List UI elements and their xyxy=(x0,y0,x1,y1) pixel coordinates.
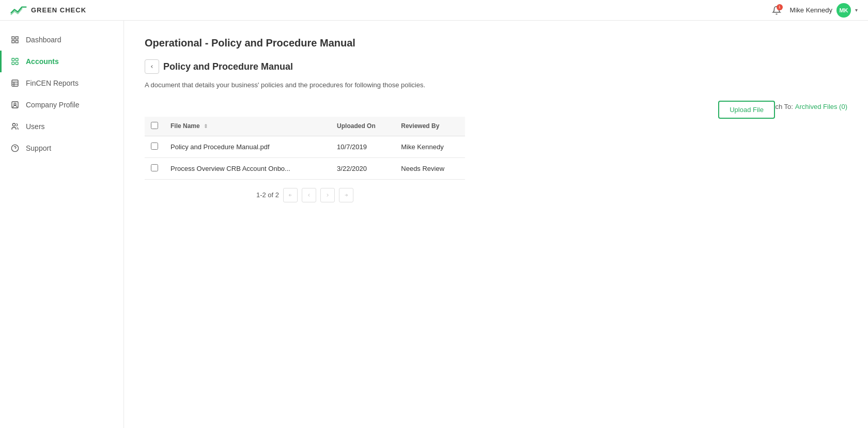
col-file-name: File Name ⇕ xyxy=(164,117,331,136)
cell-uploaded-on: 3/22/2020 xyxy=(331,157,395,179)
pagination: 1-2 of 2 xyxy=(145,188,465,202)
logo-icon xyxy=(10,5,27,15)
sidebar: Dashboard Accounts FinCEN Reports xyxy=(0,21,124,428)
pagination-info: 1-2 of 2 xyxy=(256,191,279,199)
doc-header: Policy and Procedure Manual xyxy=(145,59,847,74)
table-row: Policy and Procedure Manual.pdf10/7/2019… xyxy=(145,136,465,157)
row-checkbox-0[interactable] xyxy=(151,142,158,150)
sidebar-item-users[interactable]: Users xyxy=(0,116,123,137)
logo-text: GREEN CHECK xyxy=(31,6,86,14)
last-page-icon xyxy=(344,193,349,198)
col-uploaded-on: Uploaded On xyxy=(331,117,395,136)
chevron-down-icon: ▾ xyxy=(855,7,858,13)
next-page-icon xyxy=(325,193,330,198)
notification-badge: 1 xyxy=(777,4,783,10)
last-page-button[interactable] xyxy=(339,188,353,202)
page-title: Operational - Policy and Procedure Manua… xyxy=(145,37,847,49)
prev-page-icon xyxy=(306,193,312,198)
select-all-cell xyxy=(145,117,164,136)
cell-file-name: Policy and Procedure Manual.pdf xyxy=(164,136,331,157)
notification-bell[interactable]: 1 xyxy=(769,3,784,18)
select-all-checkbox[interactable] xyxy=(151,122,158,129)
cell-reviewed-by: Mike Kennedy xyxy=(395,136,465,157)
accounts-icon xyxy=(10,57,20,66)
svg-rect-5 xyxy=(16,58,18,61)
sidebar-item-label: Accounts xyxy=(26,57,59,66)
prev-page-button[interactable] xyxy=(302,188,316,202)
header: GREEN CHECK 1 Mike Kennedy MK ▾ xyxy=(0,0,868,21)
svg-rect-6 xyxy=(16,62,18,65)
main-content: Upload File Operational - Policy and Pro… xyxy=(124,21,868,428)
users-icon xyxy=(10,122,20,131)
sidebar-item-label: FinCEN Reports xyxy=(26,79,79,87)
back-button[interactable] xyxy=(145,59,159,74)
table-row: Process Overview CRB Account Onbo...3/22… xyxy=(145,157,465,179)
header-right: 1 Mike Kennedy MK ▾ xyxy=(769,3,858,18)
cell-reviewed-by: Needs Review xyxy=(395,157,465,179)
doc-description: A document that details your business' p… xyxy=(145,80,455,90)
upload-file-button[interactable]: Upload File xyxy=(718,101,775,119)
sidebar-item-support[interactable]: Support xyxy=(0,137,123,159)
sidebar-item-label: Users xyxy=(26,122,45,131)
sidebar-item-label: Company Profile xyxy=(26,101,80,109)
sidebar-item-dashboard[interactable]: Dashboard xyxy=(0,29,123,51)
svg-rect-3 xyxy=(12,40,14,43)
row-checkbox-cell xyxy=(145,136,164,157)
row-checkbox-cell xyxy=(145,157,164,179)
svg-rect-0 xyxy=(12,37,14,39)
first-page-button[interactable] xyxy=(283,188,298,202)
sidebar-item-label: Support xyxy=(26,144,51,152)
next-page-button[interactable] xyxy=(320,188,335,202)
svg-point-14 xyxy=(12,123,15,126)
archived-files-link[interactable]: Archived Files (0) xyxy=(795,103,847,110)
user-name: Mike Kennedy xyxy=(790,6,832,14)
cell-file-name: Process Overview CRB Account Onbo... xyxy=(164,157,331,179)
svg-rect-7 xyxy=(12,62,14,65)
fincen-icon xyxy=(10,78,20,88)
row-checkbox-1[interactable] xyxy=(151,164,158,171)
sidebar-item-fincen[interactable]: FinCEN Reports xyxy=(0,72,123,94)
sidebar-item-label: Dashboard xyxy=(26,36,61,44)
svg-point-13 xyxy=(14,103,16,105)
back-chevron-icon xyxy=(149,64,154,69)
layout: Dashboard Accounts FinCEN Reports xyxy=(0,21,868,428)
doc-title: Policy and Procedure Manual xyxy=(163,61,293,72)
col-reviewed-by: Reviewed By xyxy=(395,117,465,136)
user-avatar: MK xyxy=(836,3,851,18)
logo: GREEN CHECK xyxy=(10,5,86,15)
svg-rect-4 xyxy=(12,58,14,61)
sort-icon: ⇕ xyxy=(204,123,208,129)
cell-uploaded-on: 10/7/2019 xyxy=(331,136,395,157)
sidebar-item-company-profile[interactable]: Company Profile xyxy=(0,94,123,116)
sidebar-item-accounts[interactable]: Accounts xyxy=(0,51,123,72)
first-page-icon xyxy=(288,193,293,198)
dashboard-icon xyxy=(10,35,20,44)
company-icon xyxy=(10,100,20,109)
support-icon xyxy=(10,144,20,153)
table-header-row: File Name ⇕ Uploaded On Reviewed By xyxy=(145,117,465,136)
user-info[interactable]: Mike Kennedy MK ▾ xyxy=(790,3,858,18)
file-table: File Name ⇕ Uploaded On Reviewed By Poli… xyxy=(145,117,465,180)
svg-rect-2 xyxy=(16,40,18,43)
svg-rect-1 xyxy=(16,37,18,39)
svg-rect-8 xyxy=(12,80,18,86)
